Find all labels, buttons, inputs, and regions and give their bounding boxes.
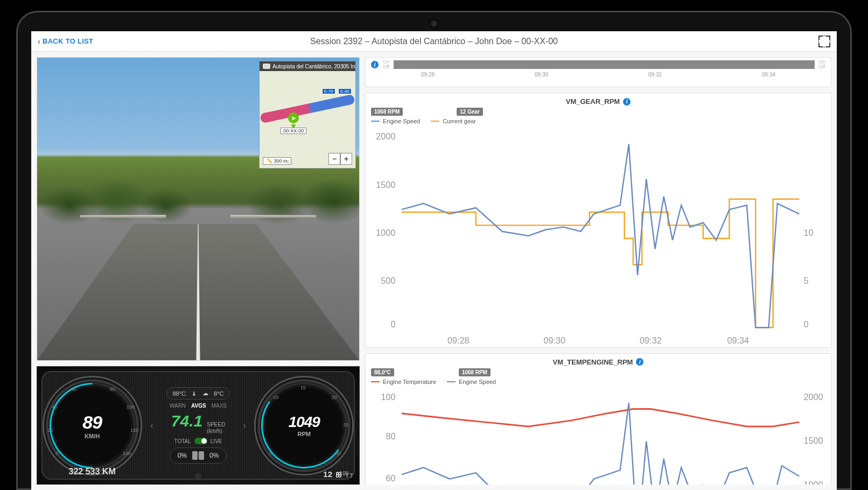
odometer: 322 533 KM (43, 467, 142, 477)
speed-unit: KM/H (85, 433, 100, 439)
rpm-unit: RPM (298, 431, 311, 437)
temp-rpm-chart[interactable]: 100 80 60 40 20 2000 1500 1000 500 (371, 387, 825, 485)
road-sign-e80: E-80 (338, 88, 352, 94)
gear-display: 12 ⊞ (323, 470, 341, 479)
street-view-panel[interactable]: Autopista del Cantábrico, 20305 Irún (..… (37, 57, 360, 361)
gearbox-icon: ⊞ (335, 470, 341, 479)
svg-text:60: 60 (386, 473, 395, 483)
map-address-bar: Autopista del Cantábrico, 20305 Irún (..… (260, 61, 355, 71)
mode-selector[interactable]: WARN AVGS MAXS (170, 403, 227, 409)
svg-text:5: 5 (803, 276, 808, 285)
app-header: ‹ BACK TO LIST Session 2392 – Autopista … (31, 31, 837, 52)
svg-text:100: 100 (381, 392, 395, 402)
rpm-badge: 1068 RPM (371, 108, 403, 116)
svg-text:500: 500 (381, 276, 395, 285)
svg-text:2000: 2000 (803, 392, 823, 402)
svg-text:09:34: 09:34 (727, 335, 749, 345)
svg-text:1500: 1500 (376, 180, 395, 190)
map-attribution: © ... (286, 160, 295, 165)
chart-title: VM_GEAR_RPM (566, 97, 620, 106)
rpm-value: 1049 (289, 414, 320, 431)
chart-title: VM_TEMPENGINE_RPM (553, 358, 633, 366)
session-title: Session 2392 – Autopista del Cantábrico … (310, 37, 558, 46)
svg-text:1000: 1000 (376, 228, 395, 237)
legend-current-gear[interactable]: Current gear (431, 118, 476, 124)
cloud-icon: ☁ (202, 390, 208, 397)
legend-engine-temp[interactable]: Engine Temperature (371, 379, 436, 385)
legend-engine-speed[interactable]: Engine Speed (371, 118, 420, 124)
gear-badge: 12 Gear (457, 108, 483, 116)
dashboard-next-button[interactable]: › (243, 420, 246, 431)
truck-icon (263, 64, 270, 69)
temp-rpm-chart-card: VM_TEMPENGINE_RPM i 88,0°C 1068 RPM Engi… (365, 353, 831, 485)
brand-logo: TT (346, 472, 354, 479)
dashboard-center: 88°C 🌡 ☁ 8°C WARN AVGS MAXS 74.1 SPEED (152, 387, 244, 464)
svg-text:0: 0 (390, 319, 395, 329)
main-content: Autopista del Cantábrico, 20305 Irún (..… (31, 52, 837, 490)
svg-text:1500: 1500 (803, 436, 823, 445)
map-zoom-in-button[interactable]: + (340, 153, 352, 165)
pedal-display: 0% 0% (170, 447, 227, 464)
info-icon[interactable]: i (623, 98, 631, 106)
gear-rpm-chart[interactable]: 2000 1500 1000 500 0 10 5 0 09:28 09:30 … (371, 127, 825, 345)
timeline-track[interactable] (394, 60, 815, 69)
road-sign-e70: E-70 (322, 88, 335, 94)
live-toggle[interactable] (194, 438, 207, 444)
rpm-gauge: 0 5 10 15 20 25 30 1049 RPM x100 (254, 376, 354, 475)
svg-text:80: 80 (386, 431, 395, 441)
pedal-icon (192, 451, 204, 460)
legend-engine-speed[interactable]: Engine Speed (447, 379, 496, 385)
temp-badge: 88,0°C (371, 368, 394, 376)
dashboard-prev-button[interactable]: ‹ (150, 420, 153, 431)
webcam (429, 19, 439, 29)
thermometer-icon: 🌡 (191, 390, 197, 397)
speed-value: 89 (82, 412, 102, 433)
vehicle-marker-icon[interactable]: ➤ (288, 113, 299, 123)
svg-text:0: 0 (803, 319, 808, 329)
svg-text:2000: 2000 (376, 131, 395, 141)
info-icon[interactable]: i (371, 61, 379, 68)
rpm-badge: 1068 RPM (459, 368, 491, 376)
svg-text:09:28: 09:28 (447, 335, 470, 345)
cruise-icon: ◎ (195, 471, 201, 480)
avg-speed-value: 74.1 (171, 412, 202, 430)
info-icon[interactable]: i (636, 358, 643, 366)
gear-rpm-chart-card: VM_GEAR_RPM i 1068 RPM 12 Gear Engine Sp… (365, 93, 831, 348)
temperature-display: 88°C 🌡 ☁ 8°C (166, 387, 229, 400)
svg-text:09:32: 09:32 (640, 335, 662, 345)
svg-text:09:30: 09:30 (544, 335, 566, 345)
mini-map[interactable]: Autopista del Cantábrico, 20305 Irún (..… (259, 61, 356, 169)
timeline-panel: i On Off On Off 09:28 09:30 09:32 09:34 (365, 57, 831, 87)
speed-gauge: 0 20 40 60 80 100 120 140 89 KM/H 322 53… (43, 376, 142, 475)
map-route-line (260, 94, 355, 124)
back-to-list-link[interactable]: ‹ BACK TO LIST (38, 37, 93, 46)
vehicle-dashboard: ‹ › 0 20 40 60 80 100 120 140 (37, 366, 360, 485)
map-zoom-out-button[interactable]: − (328, 153, 340, 165)
svg-text:1000: 1000 (803, 479, 823, 485)
back-label: BACK TO LIST (43, 37, 93, 45)
chevron-left-icon: ‹ (38, 37, 40, 46)
svg-text:10: 10 (803, 228, 813, 237)
fullscreen-button[interactable] (818, 36, 830, 47)
vehicle-plate-label: 00-XX-00 (281, 128, 306, 134)
